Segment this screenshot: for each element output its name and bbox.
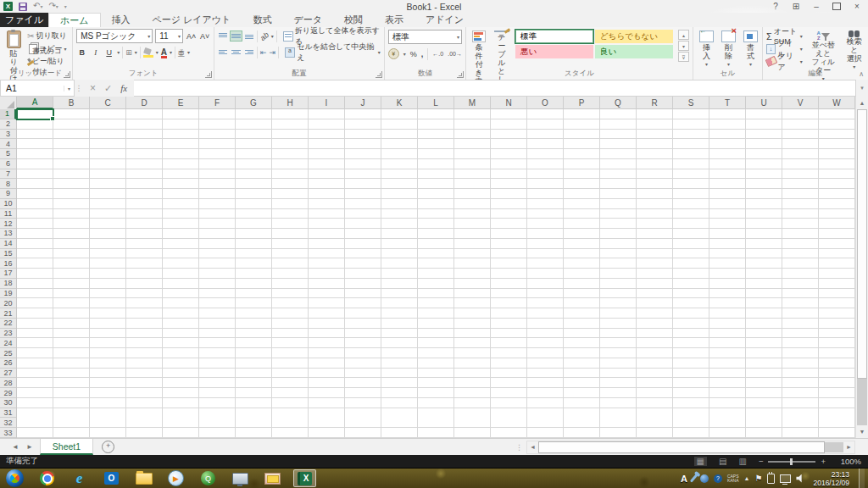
taskbar-clock[interactable]: 23:13 2016/12/09	[813, 470, 849, 487]
column-header-B[interactable]: B	[53, 97, 90, 109]
row-header-10[interactable]: 10	[0, 199, 16, 209]
column-header-L[interactable]: L	[418, 97, 454, 109]
normal-view-icon[interactable]: ▦	[694, 457, 707, 466]
italic-button[interactable]: I	[90, 48, 101, 57]
column-header-T[interactable]: T	[709, 97, 746, 109]
row-header-19[interactable]: 19	[0, 289, 16, 299]
format-as-table-button[interactable]: テーブルとして 書式設定▾	[492, 30, 512, 69]
ime-tools-icon[interactable]	[690, 474, 698, 482]
decrease-decimal-icon[interactable]: .00→	[448, 51, 462, 57]
row-header-25[interactable]: 25	[0, 348, 16, 358]
name-box[interactable]: A1▾	[0, 80, 75, 97]
row-header-24[interactable]: 24	[0, 338, 16, 348]
ie-taskbar-icon[interactable]: e	[68, 469, 91, 487]
expand-formula-bar-icon[interactable]: ▾	[856, 80, 868, 97]
accounting-format-icon[interactable]: ¥	[388, 48, 399, 59]
align-bottom-button[interactable]	[244, 31, 254, 41]
gallery-more-icon[interactable]: ⊽	[678, 52, 689, 62]
column-header-W[interactable]: W	[819, 97, 855, 109]
help-button[interactable]: ?	[766, 0, 785, 12]
row-header-12[interactable]: 12	[0, 219, 16, 229]
row-header-18[interactable]: 18	[0, 279, 16, 289]
align-right-button[interactable]	[244, 47, 254, 57]
row-header-8[interactable]: 8	[0, 179, 16, 189]
language-ball-icon[interactable]	[700, 474, 709, 483]
new-sheet-icon[interactable]: +	[102, 441, 114, 453]
row-header-33[interactable]: 33	[0, 428, 16, 438]
close-button[interactable]: ×	[848, 0, 866, 12]
row-header-13[interactable]: 13	[0, 229, 16, 239]
align-top-button[interactable]	[218, 31, 228, 41]
orientation-button[interactable]: ab	[259, 30, 270, 42]
column-header-S[interactable]: S	[673, 97, 709, 109]
tab-file[interactable]: ファイル	[0, 13, 48, 27]
horizontal-scroll-thumb[interactable]	[538, 441, 825, 453]
cell-style-neutral[interactable]: どちらでもない	[595, 30, 673, 43]
font-color-icon[interactable]: A	[161, 48, 167, 56]
computer-taskbar-icon[interactable]	[229, 469, 252, 487]
row-header-3[interactable]: 3	[0, 130, 16, 140]
chrome-taskbar-icon[interactable]	[36, 469, 58, 487]
zoom-slider[interactable]	[768, 461, 815, 463]
row-header-4[interactable]: 4	[0, 139, 16, 149]
media-player-taskbar-icon[interactable]: ▶	[164, 469, 187, 487]
column-header-R[interactable]: R	[637, 97, 673, 109]
insert-function-icon[interactable]: fx	[120, 83, 127, 93]
column-header-P[interactable]: P	[564, 97, 600, 109]
column-header-J[interactable]: J	[345, 97, 381, 109]
next-sheet-icon[interactable]: ►	[26, 443, 33, 451]
row-header-11[interactable]: 11	[0, 209, 16, 219]
page-break-view-icon[interactable]: ▥	[738, 457, 746, 466]
format-cells-button[interactable]: 書式▾	[741, 30, 760, 69]
tab-8[interactable]: アドイン	[415, 13, 475, 27]
grow-font-button[interactable]: A˄	[186, 32, 197, 41]
row-header-22[interactable]: 22	[0, 319, 16, 329]
find-select-button[interactable]: 検索と 選択▾	[844, 30, 865, 69]
cell-style-bad[interactable]: 悪い	[515, 45, 593, 58]
quicktime-taskbar-icon[interactable]: Q	[197, 469, 220, 487]
column-header-I[interactable]: I	[309, 97, 345, 109]
tab-3[interactable]: ページ レイアウト	[142, 13, 242, 27]
scroll-down-icon[interactable]: ▼	[856, 425, 868, 438]
prev-sheet-icon[interactable]: ◄	[12, 443, 19, 451]
minimize-button[interactable]: –	[807, 0, 826, 12]
row-header-32[interactable]: 32	[0, 418, 16, 428]
row-header-29[interactable]: 29	[0, 388, 16, 398]
sheet-cells[interactable]	[17, 109, 855, 438]
user-avatar[interactable]	[851, 14, 865, 26]
show-desktop-button[interactable]	[859, 469, 865, 488]
row-header-30[interactable]: 30	[0, 398, 16, 408]
collapse-ribbon-icon[interactable]: ∧	[859, 70, 864, 78]
font-dialog-launcher-icon[interactable]	[205, 71, 212, 78]
column-header-D[interactable]: D	[126, 97, 163, 109]
tab-2[interactable]: 挿入	[101, 13, 142, 27]
tab-4[interactable]: 数式	[242, 13, 282, 27]
comma-style-button[interactable]: ,	[421, 50, 424, 58]
ime-help-icon[interactable]: ?	[714, 474, 722, 483]
ribbon-display-options-button[interactable]: ⊞	[787, 0, 805, 12]
tab-1[interactable]: ホーム	[48, 13, 101, 27]
alignment-dialog-launcher-icon[interactable]	[376, 71, 382, 78]
number-dialog-launcher-icon[interactable]	[457, 71, 464, 78]
tab-split-handle[interactable]: ⋮	[515, 443, 523, 452]
horizontal-scrollbar[interactable]: ◄ ►	[526, 441, 855, 454]
sort-filter-button[interactable]: AZ 並べ替えと フィルター▾	[808, 30, 839, 69]
column-header-K[interactable]: K	[381, 97, 418, 109]
show-hidden-icons-icon[interactable]: ▲	[744, 475, 750, 481]
fill-color-icon[interactable]	[143, 47, 153, 58]
increase-decimal-icon[interactable]: ←.0	[432, 51, 443, 57]
clear-button[interactable]: クリア▾	[766, 55, 803, 68]
network-icon[interactable]	[780, 474, 791, 483]
zoom-level[interactable]: 100%	[832, 457, 868, 466]
row-header-15[interactable]: 15	[0, 249, 16, 259]
cut-button[interactable]: ✂切り取り	[27, 30, 69, 42]
merge-center-button[interactable]: セルを結合して中央揃え▾	[285, 42, 381, 64]
delete-cells-button[interactable]: 削除▾	[719, 30, 738, 69]
zoom-slider-thumb[interactable]	[790, 458, 793, 465]
excel-taskbar-icon[interactable]: X	[293, 469, 316, 487]
restore-button[interactable]	[827, 0, 846, 12]
align-left-button[interactable]	[218, 47, 228, 57]
row-header-28[interactable]: 28	[0, 378, 16, 388]
column-header-F[interactable]: F	[199, 97, 236, 109]
row-header-17[interactable]: 17	[0, 269, 16, 279]
